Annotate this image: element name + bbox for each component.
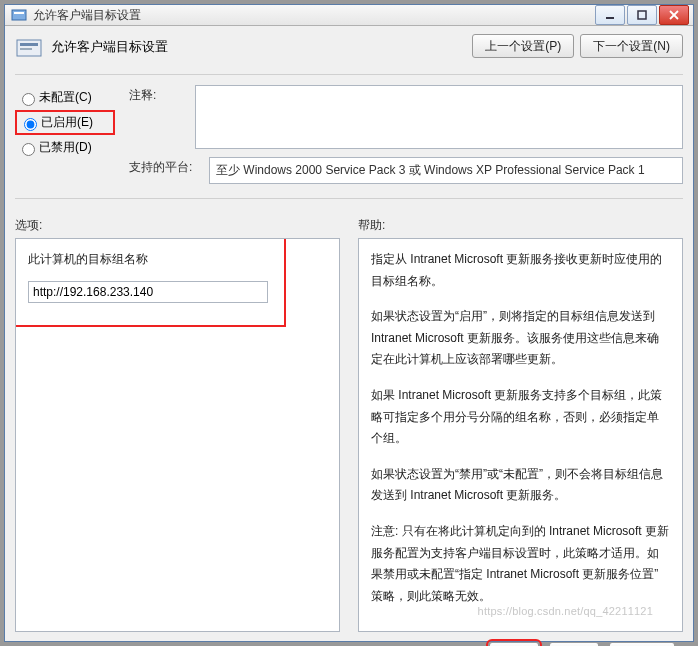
radio-disabled-label: 已禁用(D): [39, 139, 92, 156]
help-label: 帮助:: [358, 217, 683, 234]
help-p4: 如果状态设置为“禁用”或“未配置”，则不会将目标组信息发送到 Intranet …: [371, 464, 670, 507]
footer: 确定 取消 应用(A): [15, 632, 683, 646]
help-panel[interactable]: 指定从 Intranet Microsoft 更新服务接收更新时应使用的目标组名…: [358, 238, 683, 632]
apply-button[interactable]: 应用(A): [609, 642, 675, 646]
options-panel: 此计算机的目标组名称: [15, 238, 340, 632]
svg-rect-0: [12, 10, 26, 20]
svg-rect-1: [14, 12, 24, 14]
mid-section: 未配置(C) 已启用(E) 已禁用(D) 注释: 支持的平台:: [15, 85, 683, 192]
comment-textarea[interactable]: [195, 85, 683, 149]
svg-rect-8: [20, 48, 32, 50]
window-title: 允许客户端目标设置: [33, 7, 595, 24]
target-group-label: 此计算机的目标组名称: [28, 249, 327, 271]
next-setting-button[interactable]: 下一个设置(N): [580, 34, 683, 58]
header-title: 允许客户端目标设置: [51, 34, 168, 56]
maximize-button[interactable]: [627, 5, 657, 25]
options-label: 选项:: [15, 217, 340, 234]
radio-not-configured-label: 未配置(C): [39, 89, 92, 106]
policy-icon: [15, 34, 43, 62]
radio-not-configured-input[interactable]: [22, 93, 35, 106]
help-p1: 指定从 Intranet Microsoft 更新服务接收更新时应使用的目标组名…: [371, 249, 670, 292]
titlebar[interactable]: 允许客户端目标设置: [5, 5, 693, 26]
cancel-button[interactable]: 取消: [549, 642, 599, 646]
help-p3: 如果 Intranet Microsoft 更新服务支持多个目标组，此策略可指定…: [371, 385, 670, 450]
state-radio-group: 未配置(C) 已启用(E) 已禁用(D): [15, 85, 115, 192]
help-p5: 注意: 只有在将此计算机定向到的 Intranet Microsoft 更新服务…: [371, 521, 670, 607]
svg-rect-7: [20, 43, 38, 46]
close-button[interactable]: [659, 5, 689, 25]
platform-value: 至少 Windows 2000 Service Pack 3 或 Windows…: [209, 157, 683, 184]
lower-section: 选项: 此计算机的目标组名称 帮助: 指定从 Intranet Microsof…: [15, 217, 683, 632]
target-group-input[interactable]: [28, 281, 268, 303]
header-row: 允许客户端目标设置 上一个设置(P) 下一个设置(N): [15, 34, 683, 62]
options-column: 选项: 此计算机的目标组名称: [15, 217, 340, 632]
dialog-window: 允许客户端目标设置 允许客户端目标设置 上一个设置(P) 下一个设置(N) 未配…: [4, 4, 694, 642]
radio-enabled-input[interactable]: [24, 118, 37, 131]
help-column: 帮助: 指定从 Intranet Microsoft 更新服务接收更新时应使用的…: [358, 217, 683, 632]
prev-setting-button[interactable]: 上一个设置(P): [472, 34, 574, 58]
platform-label: 支持的平台:: [129, 157, 201, 176]
minimize-button[interactable]: [595, 5, 625, 25]
svg-rect-3: [638, 11, 646, 19]
separator: [15, 74, 683, 75]
radio-disabled[interactable]: 已禁用(D): [15, 135, 115, 160]
comment-label: 注释:: [129, 85, 187, 104]
separator-2: [15, 198, 683, 199]
radio-enabled[interactable]: 已启用(E): [15, 110, 115, 135]
radio-enabled-label: 已启用(E): [41, 114, 93, 131]
ok-button[interactable]: 确定: [489, 642, 539, 646]
help-p2: 如果状态设置为“启用”，则将指定的目标组信息发送到 Intranet Micro…: [371, 306, 670, 371]
app-icon: [11, 7, 27, 23]
radio-disabled-input[interactable]: [22, 143, 35, 156]
radio-not-configured[interactable]: 未配置(C): [15, 85, 115, 110]
content-area: 允许客户端目标设置 上一个设置(P) 下一个设置(N) 未配置(C) 已启用(E…: [5, 26, 693, 646]
